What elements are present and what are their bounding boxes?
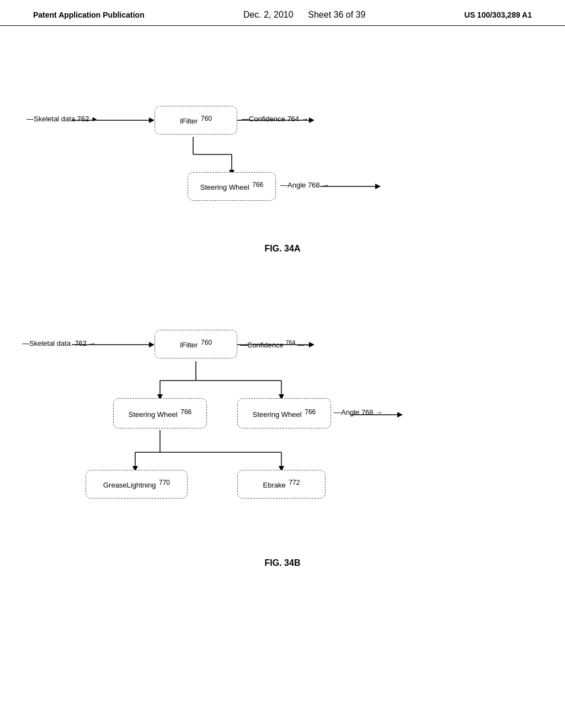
svg-marker-3 xyxy=(309,117,315,123)
svg-marker-9 xyxy=(375,184,381,189)
fig34a-steering-wheel-box: Steering Wheel 766 xyxy=(188,172,276,201)
fig34b-angle-label: —Angle 768 → xyxy=(334,408,382,416)
fig34b-steering-wheel-right-box: Steering Wheel 766 xyxy=(237,398,331,429)
fig34b-ifilter-box: IFilter 760 xyxy=(154,330,237,358)
fig34b-grease-lightning-box: GreaseLightning 770 xyxy=(86,470,188,499)
fig34a-arrows xyxy=(0,83,565,259)
header-date-sheet: Dec. 2, 2010 Sheet 36 of 39 xyxy=(243,10,366,20)
fig34b-ebrake-box: Ebrake 772 xyxy=(237,470,326,499)
fig34a-confidence-label: —Confidence 764 → xyxy=(242,115,308,123)
header-patent-number: US 100/303,289 A1 xyxy=(465,10,532,19)
fig34a-label: FIG. 34A xyxy=(0,244,565,254)
header-publication-type: Patent Application Publication xyxy=(33,10,145,19)
fig34a-diagram: —Skeletal data 762 ► IFilter 760 —Confid… xyxy=(0,83,565,259)
header-sheet: Sheet 36 of 39 xyxy=(308,10,365,19)
svg-marker-11 xyxy=(149,342,154,347)
fig34b-steering-wheel-left-box: Steering Wheel 766 xyxy=(113,398,207,429)
fig34a-ifilter-box: IFilter 760 xyxy=(154,106,237,135)
fig34b-skeletal-data-label: —Skeletal data 762 → xyxy=(22,339,96,347)
fig34a-skeletal-data-label: —Skeletal data 762 ► xyxy=(26,115,98,123)
svg-marker-1 xyxy=(149,117,154,123)
svg-marker-22 xyxy=(397,412,403,417)
fig34b-label: FIG. 34B xyxy=(0,558,565,568)
fig34b-diagram: —Skeletal data 762 → IFilter 760 —Confid… xyxy=(0,309,565,574)
header-date: Dec. 2, 2010 xyxy=(243,10,294,19)
fig34a-angle-label: —Angle 768 → xyxy=(280,181,329,189)
fig34b-confidence-label: —Confidence 764 —→ xyxy=(240,339,312,349)
page-header: Patent Application Publication Dec. 2, 2… xyxy=(0,0,565,26)
